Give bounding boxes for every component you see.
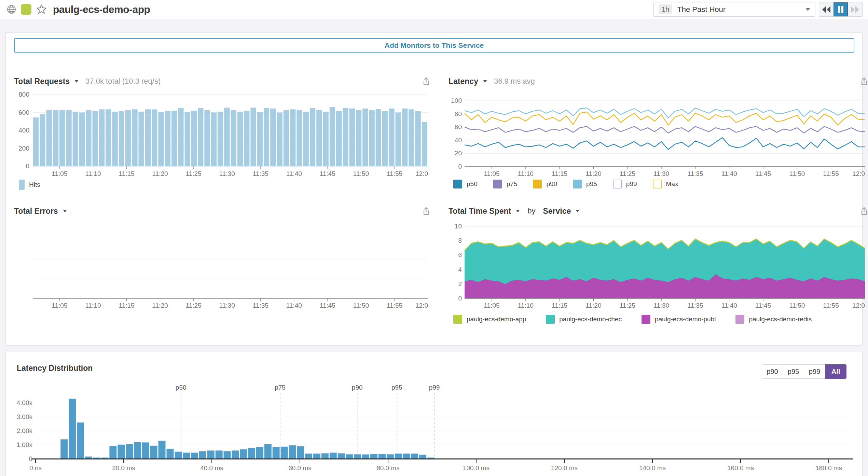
add-monitors-button[interactable]: Add Monitors to This Service xyxy=(14,38,854,53)
svg-text:11:15: 11:15 xyxy=(119,170,134,177)
total-time-spent-plot[interactable]: 108642011:0511:1011:1511:2011:2511:3011:… xyxy=(449,219,868,311)
svg-text:11:40: 11:40 xyxy=(721,170,737,177)
globe-icon xyxy=(7,5,16,14)
legend-swatch xyxy=(573,180,582,188)
svg-text:11:05: 11:05 xyxy=(52,170,67,177)
svg-text:100.0 ms: 100.0 ms xyxy=(463,464,490,472)
svg-text:11:20: 11:20 xyxy=(585,170,601,177)
svg-text:11:35: 11:35 xyxy=(253,302,268,309)
svg-text:12:0: 12:0 xyxy=(415,170,428,177)
percentile-button-all[interactable]: All xyxy=(825,364,846,379)
legend-item-p50[interactable]: p50 xyxy=(453,180,478,188)
percentile-button-p95[interactable]: p95 xyxy=(783,364,804,379)
svg-text:11:25: 11:25 xyxy=(186,302,202,309)
svg-text:11:10: 11:10 xyxy=(85,170,101,177)
legend-label: p90 xyxy=(546,180,557,188)
metric-dropdown-caret[interactable] xyxy=(63,210,67,212)
legend-item-paulg-ecs-demo-app[interactable]: paulg-ecs-demo-app xyxy=(453,315,526,324)
time-range-selector[interactable]: 1h The Past Hour xyxy=(653,2,815,17)
svg-text:11:20: 11:20 xyxy=(152,170,168,177)
total-requests-plot[interactable]: 800600400200011:0511:1011:1511:2011:2511… xyxy=(14,89,431,178)
pause-button[interactable] xyxy=(833,2,848,16)
svg-text:11:20: 11:20 xyxy=(585,302,601,309)
latency-plot[interactable]: 10080604020011:0511:1011:1511:2011:2511:… xyxy=(449,89,868,178)
svg-text:10: 10 xyxy=(455,223,462,230)
total-requests-summary: 37.0k total (10.3 req/s) xyxy=(85,77,161,86)
svg-text:11:35: 11:35 xyxy=(687,170,703,177)
svg-text:12:0: 12:0 xyxy=(415,302,428,309)
legend-item-paulg-ecs-demo-chec[interactable]: paulg-ecs-demo-chec xyxy=(546,315,622,324)
total-time-spent-legend: paulg-ecs-demo-apppaulg-ecs-demo-checpau… xyxy=(449,315,868,324)
legend-item-hits[interactable]: Hits xyxy=(19,180,40,190)
svg-text:80.0 ms: 80.0 ms xyxy=(376,464,400,472)
svg-text:140.0 ms: 140.0 ms xyxy=(639,464,666,472)
time-range-label: The Past Hour xyxy=(677,5,726,14)
svg-text:11:10: 11:10 xyxy=(518,170,534,177)
favorite-star-icon[interactable] xyxy=(36,4,47,15)
svg-text:0 ns: 0 ns xyxy=(29,464,42,472)
svg-text:1.00k: 1.00k xyxy=(17,441,33,448)
svg-text:11:25: 11:25 xyxy=(186,170,202,177)
metric-dropdown-caret[interactable] xyxy=(516,210,520,212)
chevron-down-icon xyxy=(805,8,810,11)
percentile-button-p90[interactable]: p90 xyxy=(762,364,783,379)
time-range-badge: 1h xyxy=(659,4,672,14)
svg-text:11:45: 11:45 xyxy=(755,302,771,309)
metric-dropdown-caret[interactable] xyxy=(483,80,487,83)
svg-text:11:40: 11:40 xyxy=(721,302,737,309)
legend-item-max[interactable]: Max xyxy=(653,180,678,188)
export-icon[interactable] xyxy=(422,77,431,86)
percentile-button-p99[interactable]: p99 xyxy=(804,364,825,379)
svg-text:200: 200 xyxy=(18,145,29,152)
legend-label: paulg-ecs-demo-publ xyxy=(655,316,716,323)
svg-text:8: 8 xyxy=(458,237,462,244)
svg-text:11:30: 11:30 xyxy=(219,302,235,309)
latency-distribution-plot[interactable]: 4.00k3.00k2.00k1.00k0p50p75p90p95p990 ns… xyxy=(11,383,858,476)
svg-text:180.0 ms: 180.0 ms xyxy=(815,464,842,472)
legend-label: paulg-ecs-demo-redis xyxy=(749,316,812,323)
svg-text:11:45: 11:45 xyxy=(755,170,771,177)
total-errors-plot[interactable]: 11:0511:1011:1511:2011:2511:3011:3511:40… xyxy=(14,219,431,311)
legend-label: p75 xyxy=(507,180,518,188)
legend-item-p99[interactable]: p99 xyxy=(613,180,637,188)
legend-item-p95[interactable]: p95 xyxy=(573,180,597,188)
legend-swatch xyxy=(546,315,555,324)
svg-text:p50: p50 xyxy=(176,384,187,391)
svg-text:60: 60 xyxy=(455,123,462,130)
fast-forward-button[interactable] xyxy=(848,2,862,16)
legend-item-paulg-ecs-demo-publ[interactable]: paulg-ecs-demo-publ xyxy=(642,315,716,324)
svg-text:11:40: 11:40 xyxy=(286,170,302,177)
svg-text:11:40: 11:40 xyxy=(286,302,302,309)
export-icon[interactable] xyxy=(422,207,431,216)
export-icon[interactable] xyxy=(859,77,868,86)
svg-text:p99: p99 xyxy=(429,384,440,391)
legend-item-p90[interactable]: p90 xyxy=(533,180,557,188)
service-status-square xyxy=(21,4,31,15)
legend-item-p75[interactable]: p75 xyxy=(493,180,518,188)
legend-swatch xyxy=(735,315,744,324)
svg-text:2: 2 xyxy=(458,280,462,288)
svg-text:0: 0 xyxy=(458,295,462,302)
svg-text:11:30: 11:30 xyxy=(219,170,235,177)
svg-text:4.00k: 4.00k xyxy=(17,399,33,406)
legend-label: paulg-ecs-demo-chec xyxy=(559,316,622,323)
svg-text:11:10: 11:10 xyxy=(518,302,534,309)
svg-text:0: 0 xyxy=(26,163,29,170)
group-dropdown-caret[interactable] xyxy=(576,210,580,212)
svg-text:12:0: 12:0 xyxy=(852,170,865,177)
svg-text:11:05: 11:05 xyxy=(52,302,67,309)
svg-text:11:35: 11:35 xyxy=(253,170,268,177)
svg-text:11:05: 11:05 xyxy=(484,302,499,309)
svg-text:11:25: 11:25 xyxy=(620,302,635,309)
legend-item-paulg-ecs-demo-redis[interactable]: paulg-ecs-demo-redis xyxy=(735,315,812,324)
svg-text:6: 6 xyxy=(458,251,462,258)
latency-chart: Latency 36.9 ms avg 10080604020011:0511:… xyxy=(449,73,868,188)
rewind-button[interactable] xyxy=(819,2,833,16)
export-icon[interactable] xyxy=(859,207,868,216)
group-by-value: Service xyxy=(543,207,571,216)
svg-text:11:30: 11:30 xyxy=(653,302,669,309)
svg-text:11:25: 11:25 xyxy=(620,170,635,177)
metric-dropdown-caret[interactable] xyxy=(74,80,79,83)
by-label: by xyxy=(527,207,535,215)
svg-text:800: 800 xyxy=(18,91,29,98)
